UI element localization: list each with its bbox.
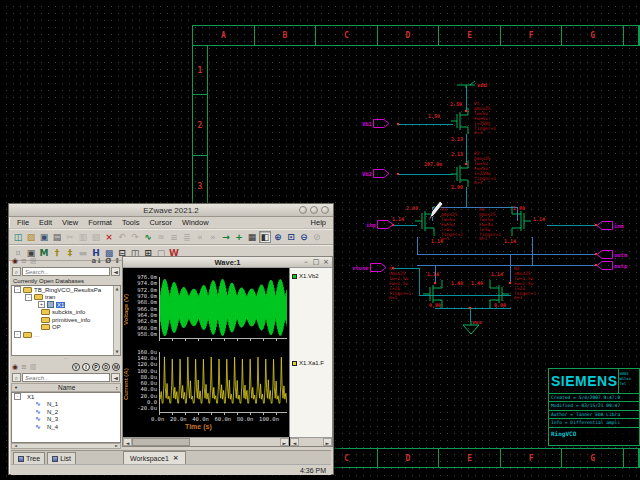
close-icon[interactable]: × bbox=[173, 455, 179, 462]
menu-item[interactable]: Edit bbox=[34, 218, 57, 227]
undo-icon[interactable]: ↶ bbox=[116, 231, 128, 243]
wire[interactable] bbox=[417, 237, 418, 255]
paste-icon[interactable]: ▧ bbox=[90, 231, 102, 243]
scroll-left-icon[interactable]: ◄ bbox=[290, 438, 299, 446]
signal-search-input[interactable] bbox=[22, 373, 110, 382]
port-outp[interactable]: outp bbox=[596, 261, 627, 270]
signal-type-button[interactable]: I bbox=[82, 363, 90, 371]
pmos-p1-symbol[interactable] bbox=[451, 108, 471, 134]
print-icon[interactable]: ▤ bbox=[51, 231, 63, 243]
restore-icon[interactable]: □ bbox=[312, 258, 320, 266]
wire[interactable] bbox=[510, 255, 511, 283]
menu-item[interactable]: File bbox=[12, 218, 34, 227]
signal-refresh-icon[interactable]: ◉ bbox=[12, 364, 18, 371]
tree-item[interactable]: primitives_info bbox=[12, 316, 120, 324]
legend-entry[interactable]: X1.Vb2 bbox=[292, 273, 319, 279]
plot-hscrollbar[interactable]: ◄ ► bbox=[123, 437, 289, 446]
legend-entry[interactable]: X1.Xa1.F bbox=[292, 360, 324, 366]
close-icon[interactable]: × bbox=[322, 258, 330, 266]
port-inm[interactable]: inm bbox=[596, 221, 624, 230]
menu-item[interactable]: Cursor bbox=[144, 218, 177, 227]
overlay-chart-icon[interactable]: ≈ bbox=[155, 231, 167, 243]
wire[interactable] bbox=[393, 225, 417, 226]
menu-item[interactable]: Tools bbox=[117, 218, 145, 227]
panel-toggle-icon[interactable]: ◧ bbox=[259, 231, 271, 243]
tree-item[interactable]: - … bbox=[12, 331, 120, 339]
menu-item[interactable]: View bbox=[57, 218, 83, 227]
panel-tab[interactable]: Tree bbox=[13, 452, 45, 464]
redo-icon[interactable]: ↷ bbox=[129, 231, 141, 243]
expander-icon[interactable]: - bbox=[14, 393, 21, 400]
wire[interactable] bbox=[417, 254, 597, 255]
minimize-icon[interactable]: – bbox=[302, 258, 310, 266]
signal-type-button[interactable]: V bbox=[72, 363, 80, 371]
close-button[interactable] bbox=[321, 206, 329, 214]
search-icon[interactable]: ⌕ bbox=[12, 267, 21, 276]
port-vtune[interactable]: vtune bbox=[352, 263, 387, 272]
signal-duplicate-icon[interactable]: ▥ bbox=[30, 364, 37, 371]
search-icon[interactable]: ⌕ bbox=[12, 373, 21, 382]
vdd-symbol[interactable] bbox=[455, 80, 477, 88]
tree-item[interactable]: - TB_RingVCO_ResultsPa bbox=[12, 286, 120, 294]
scroll-right-icon[interactable]: ► bbox=[280, 438, 289, 446]
maximize-button[interactable] bbox=[310, 206, 318, 214]
scroll-up-icon[interactable]: ▲ bbox=[114, 286, 120, 292]
zoom-area-icon[interactable]: ⊡ bbox=[285, 231, 297, 243]
expander-icon[interactable]: + bbox=[38, 301, 45, 308]
wire[interactable] bbox=[466, 187, 467, 208]
db-refresh-icon[interactable]: ◉ bbox=[12, 258, 18, 265]
port-outm[interactable]: outm bbox=[596, 250, 627, 259]
plot-panel[interactable]: Voltage (V) 976.0m974.0m972.0m970.0m968.… bbox=[123, 268, 289, 437]
signal-item[interactable]: - X1 bbox=[12, 393, 120, 401]
scroll-down-icon[interactable]: ▼ bbox=[114, 349, 120, 355]
db-list-icon[interactable]: ≡ bbox=[21, 258, 27, 265]
scroll-right-icon[interactable]: ► bbox=[323, 438, 332, 446]
workspace-tab[interactable]: Workspace1 × bbox=[123, 451, 186, 464]
cut-icon[interactable]: ✂ bbox=[64, 231, 76, 243]
menu-item[interactable]: Window bbox=[177, 218, 214, 227]
tree-item[interactable]: - tran bbox=[12, 294, 120, 302]
sort-toggle-icon[interactable]: ↕ bbox=[114, 258, 120, 265]
signal-type-button[interactable]: D bbox=[102, 363, 110, 371]
signal-item[interactable]: N_2 bbox=[12, 408, 120, 416]
next-view-icon[interactable]: » bbox=[207, 231, 219, 243]
wave-window[interactable]: Wave:1 –□× Voltage (V) 976.0m974.0m972.0… bbox=[122, 256, 333, 447]
current-plot[interactable] bbox=[159, 352, 287, 413]
tree-item[interactable]: OP bbox=[12, 324, 120, 332]
db-duplicate-icon[interactable]: ▥ bbox=[30, 258, 37, 265]
signal-type-button[interactable]: M bbox=[112, 363, 120, 371]
stack-chart-icon[interactable]: ≡ bbox=[168, 231, 180, 243]
signal-list-icon[interactable]: ≡ bbox=[21, 364, 27, 371]
zoom-in-icon[interactable]: ⊕ bbox=[272, 231, 284, 243]
save-icon[interactable]: ▣ bbox=[38, 231, 50, 243]
sort-both-icon[interactable]: ↕ bbox=[116, 385, 119, 391]
grid-icon[interactable]: ▦ bbox=[246, 231, 258, 243]
minimize-button[interactable] bbox=[299, 206, 307, 214]
sort-ascending-icon[interactable]: a↓ bbox=[92, 258, 103, 265]
legend-hscrollbar[interactable]: ◄ ► bbox=[290, 437, 332, 446]
wire[interactable] bbox=[470, 308, 471, 322]
expander-icon[interactable]: - bbox=[14, 286, 21, 293]
name-column-header[interactable]: ▼ Name ↕ bbox=[11, 383, 121, 392]
expander-icon[interactable]: - bbox=[14, 331, 21, 338]
scroll-right-icon[interactable]: ► bbox=[113, 444, 120, 448]
wire[interactable] bbox=[435, 308, 511, 309]
signal-item[interactable]: N_3 bbox=[12, 416, 120, 424]
previous-view-icon[interactable]: « bbox=[194, 231, 206, 243]
open-database-icon[interactable]: ◫ bbox=[12, 231, 24, 243]
scroll-left-icon[interactable]: ◄ bbox=[12, 444, 19, 448]
pan-icon[interactable]: + bbox=[233, 231, 245, 243]
tree-item[interactable]: subckts_info bbox=[12, 309, 120, 317]
signal-item[interactable]: N_1 bbox=[12, 401, 120, 409]
panel-tab[interactable]: List bbox=[47, 452, 76, 464]
zoom-out-icon[interactable]: ⊖ bbox=[298, 231, 310, 243]
wire[interactable] bbox=[532, 237, 533, 266]
wave-title-bar[interactable]: Wave:1 –□× bbox=[123, 257, 332, 268]
menu-item-help[interactable]: Help bbox=[307, 218, 330, 227]
apply-icon[interactable]: → bbox=[220, 231, 232, 243]
delete-icon[interactable]: × bbox=[103, 231, 115, 243]
signal-type-button[interactable]: P bbox=[92, 363, 100, 371]
wire[interactable] bbox=[547, 225, 597, 226]
signal-item[interactable]: N_4 bbox=[12, 423, 120, 431]
zoom-pointer-icon[interactable]: ⊘ bbox=[311, 231, 323, 243]
